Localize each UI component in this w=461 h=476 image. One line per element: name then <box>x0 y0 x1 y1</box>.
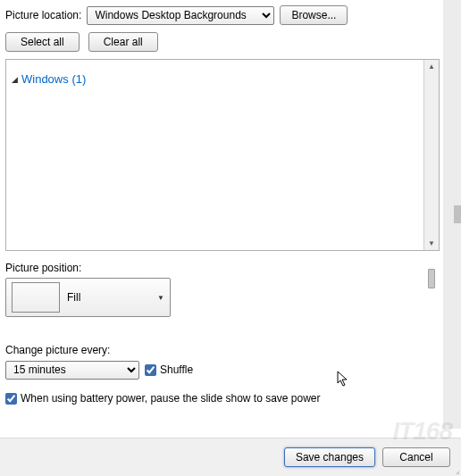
change-picture-label: Change picture every: <box>5 344 440 356</box>
resize-grip-icon[interactable] <box>447 462 459 474</box>
expand-icon: ◢ <box>12 75 18 84</box>
category-header-windows[interactable]: ◢ Windows (1) <box>12 72 418 86</box>
position-value: Fill <box>67 291 150 304</box>
save-changes-button[interactable]: Save changes <box>284 447 375 467</box>
clear-all-button[interactable]: Clear all <box>88 32 158 52</box>
battery-label: When using battery power, pause the slid… <box>21 392 321 405</box>
picture-position-label: Picture position: <box>5 262 440 274</box>
select-all-button[interactable]: Select all <box>5 32 80 52</box>
shuffle-checkbox[interactable] <box>145 364 156 376</box>
picture-position-select[interactable]: Fill ▼ <box>5 278 171 317</box>
scroll-up-icon[interactable]: ▲ <box>425 60 439 73</box>
position-preview-image <box>12 282 60 313</box>
browse-button[interactable]: Browse... <box>280 5 348 25</box>
wallpaper-gallery: ◢ Windows (1) ▲ ▼ <box>5 59 440 251</box>
picture-location-label: Picture location: <box>5 9 81 21</box>
dialog-footer: Save changes Cancel <box>0 438 461 476</box>
interval-select[interactable]: 15 minutes <box>5 361 139 380</box>
picture-location-select[interactable]: Windows Desktop Backgrounds <box>87 6 274 25</box>
dropdown-arrow-icon: ▼ <box>157 294 164 302</box>
battery-checkbox[interactable] <box>5 393 17 405</box>
scroll-down-icon[interactable]: ▼ <box>425 237 439 250</box>
cancel-button[interactable]: Cancel <box>382 447 450 467</box>
shuffle-label: Shuffle <box>160 363 193 376</box>
gallery-scrollbar[interactable]: ▲ ▼ <box>423 60 439 250</box>
